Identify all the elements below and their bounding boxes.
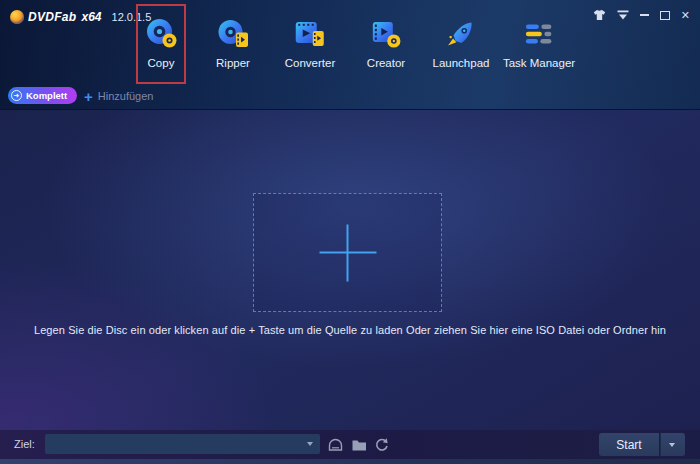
nav-tab-task-manager[interactable]: Task Manager <box>497 4 581 82</box>
module-nav: Copy Ripper <box>0 4 700 86</box>
nav-tab-converter[interactable]: Converter <box>279 4 342 82</box>
nav-tab-task-manager-label: Task Manager <box>503 57 575 69</box>
task-manager-icon <box>522 17 556 51</box>
drop-hint-text: Legen Sie die Disc ein oder klicken auf … <box>0 324 700 336</box>
arrow-right-circle-icon: ➜ <box>11 90 22 101</box>
refresh-button[interactable] <box>371 435 390 454</box>
dvdfab-window: DVDFab x64 12.0.1.5 <box>0 0 700 464</box>
header: DVDFab x64 12.0.1.5 <box>0 0 700 110</box>
target-path-select[interactable] <box>45 434 320 454</box>
nav-tab-ripper[interactable]: Ripper <box>210 4 256 82</box>
window-bottom-edge <box>0 459 700 464</box>
nav-tab-ripper-label: Ripper <box>216 57 250 69</box>
nav-tab-copy[interactable]: Copy <box>136 4 186 84</box>
add-source-plus-icon[interactable] <box>319 224 376 281</box>
browse-folder-button[interactable] <box>349 435 368 454</box>
folder-icon <box>351 438 367 452</box>
burn-to-drive-button[interactable] <box>326 435 345 454</box>
chevron-down-icon <box>669 443 675 447</box>
ripper-icon <box>216 17 250 51</box>
komplett-mode-button[interactable]: ➜ Komplett <box>8 87 77 104</box>
converter-icon <box>293 17 327 51</box>
target-label: Ziel: <box>14 438 35 450</box>
add-source-button[interactable]: + Hinzufügen <box>84 86 153 106</box>
add-source-label: Hinzufügen <box>98 90 154 102</box>
nav-tab-creator[interactable]: Creator <box>361 4 411 82</box>
nav-tab-launchpad[interactable]: Launchpad <box>427 4 496 82</box>
main-area: Legen Sie die Disc ein oder klicken auf … <box>0 110 700 430</box>
footer-bar: Ziel: Start <box>0 430 700 459</box>
nav-tab-creator-label: Creator <box>367 57 405 69</box>
nav-tab-copy-label: Copy <box>148 57 175 69</box>
start-button[interactable]: Start <box>599 433 659 456</box>
komplett-label: Komplett <box>26 90 67 101</box>
start-options-button[interactable] <box>660 433 685 456</box>
launchpad-icon <box>444 17 478 51</box>
drop-zone[interactable] <box>253 193 442 312</box>
nav-tab-launchpad-label: Launchpad <box>433 57 490 69</box>
creator-icon <box>369 17 403 51</box>
disc-drive-icon <box>327 437 344 452</box>
copy-icon <box>144 17 178 51</box>
nav-tab-converter-label: Converter <box>285 57 336 69</box>
refresh-icon <box>373 437 389 453</box>
plus-glyph-icon: + <box>84 89 93 104</box>
chevron-down-icon <box>307 442 313 446</box>
